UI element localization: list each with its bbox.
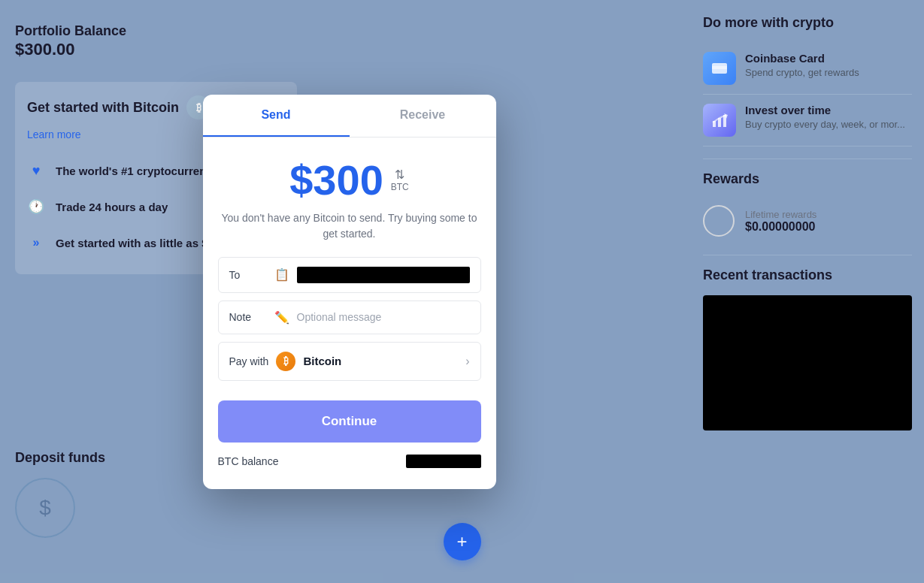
to-input[interactable]	[297, 267, 470, 283]
pay-with-row[interactable]: Pay with ₿ Bitcoin ›	[218, 342, 481, 381]
payment-method-name: Bitcoin	[303, 355, 341, 367]
pay-with-label: Pay with	[229, 355, 269, 367]
note-placeholder: Optional message	[297, 311, 382, 323]
continue-button[interactable]: Continue	[218, 400, 481, 443]
send-receive-modal: Send Receive $300 ⇅ BTC You don't have a…	[203, 95, 496, 489]
modal-tabs: Send Receive	[203, 95, 496, 137]
receive-tab[interactable]: Receive	[350, 95, 496, 137]
currency-label: BTC	[391, 182, 409, 192]
send-tab[interactable]: Send	[203, 95, 350, 137]
pencil-icon: ✏️	[274, 310, 289, 325]
swap-arrows-icon: ⇅	[395, 168, 404, 182]
modal-overlay: Send Receive $300 ⇅ BTC You don't have a…	[0, 0, 924, 583]
currency-toggle[interactable]: ⇅ BTC	[391, 168, 409, 192]
bitcoin-pay-icon: ₿	[276, 352, 295, 371]
btc-balance-value	[406, 455, 481, 468]
amount-display: $300 ⇅ BTC	[218, 156, 481, 204]
to-label: To	[229, 269, 267, 281]
modal-body: $300 ⇅ BTC You don't have any Bitcoin to…	[203, 137, 496, 400]
address-book-icon: 📋	[274, 267, 289, 282]
btc-balance-label: BTC balance	[218, 455, 279, 467]
chevron-right-icon: ›	[465, 355, 469, 368]
to-field-row: To 📋	[218, 257, 481, 293]
amount-value[interactable]: $300	[289, 156, 383, 204]
no-balance-text: You don't have any Bitcoin to send. Try …	[218, 210, 481, 242]
note-field-row[interactable]: Note ✏️ Optional message	[218, 301, 481, 334]
btc-balance-row: BTC balance	[203, 455, 496, 474]
payment-method-display: ₿ Bitcoin ›	[276, 352, 469, 371]
note-label: Note	[229, 311, 267, 323]
